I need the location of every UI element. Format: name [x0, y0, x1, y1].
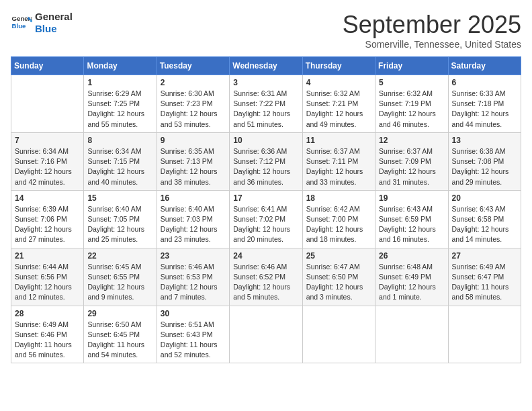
calendar-table: SundayMondayTuesdayWednesdayThursdayFrid… [11, 56, 521, 363]
day-number: 9 [161, 136, 226, 145]
day-info: Sunrise: 6:37 AM Sunset: 7:11 PM Dayligh… [306, 146, 371, 187]
calendar-cell: 9Sunrise: 6:35 AM Sunset: 7:13 PM Daylig… [157, 132, 229, 190]
calendar-cell: 4Sunrise: 6:32 AM Sunset: 7:21 PM Daylig… [302, 75, 375, 133]
calendar-cell: 30Sunrise: 6:51 AM Sunset: 6:43 PM Dayli… [157, 306, 229, 363]
logo-text-general: General [35, 11, 73, 23]
calendar-cell: 13Sunrise: 6:38 AM Sunset: 7:08 PM Dayli… [448, 132, 521, 190]
day-info: Sunrise: 6:46 AM Sunset: 6:53 PM Dayligh… [161, 262, 226, 303]
logo-icon: General Blue [11, 12, 32, 34]
calendar-cell: 10Sunrise: 6:36 AM Sunset: 7:12 PM Dayli… [230, 132, 302, 190]
calendar-cell: 6Sunrise: 6:33 AM Sunset: 7:18 PM Daylig… [448, 75, 521, 133]
location-subtitle: Somerville, Tennessee, United States [343, 39, 521, 50]
day-info: Sunrise: 6:32 AM Sunset: 7:19 PM Dayligh… [379, 89, 444, 130]
day-number: 25 [306, 251, 371, 261]
day-info: Sunrise: 6:37 AM Sunset: 7:09 PM Dayligh… [379, 146, 444, 187]
col-header-sunday: Sunday [11, 57, 84, 75]
col-header-friday: Friday [375, 57, 448, 75]
day-number: 15 [87, 193, 152, 203]
day-info: Sunrise: 6:40 AM Sunset: 7:03 PM Dayligh… [161, 204, 226, 245]
day-number: 19 [379, 193, 444, 203]
day-info: Sunrise: 6:44 AM Sunset: 6:56 PM Dayligh… [15, 262, 80, 303]
calendar-week-row: 14Sunrise: 6:39 AM Sunset: 7:06 PM Dayli… [11, 190, 521, 248]
calendar-cell: 19Sunrise: 6:43 AM Sunset: 6:59 PM Dayli… [375, 190, 448, 248]
day-number: 27 [452, 251, 517, 261]
page-header: General Blue General Blue September 2025… [11, 11, 521, 50]
calendar-cell: 25Sunrise: 6:47 AM Sunset: 6:50 PM Dayli… [302, 248, 375, 306]
day-number: 17 [233, 193, 298, 203]
day-number: 8 [87, 136, 152, 145]
day-number: 13 [452, 136, 517, 145]
calendar-cell [375, 306, 448, 363]
day-number: 4 [306, 78, 371, 87]
calendar-cell: 26Sunrise: 6:48 AM Sunset: 6:49 PM Dayli… [375, 248, 448, 306]
day-number: 5 [379, 78, 444, 87]
calendar-cell: 8Sunrise: 6:34 AM Sunset: 7:15 PM Daylig… [84, 132, 157, 190]
calendar-header-row: SundayMondayTuesdayWednesdayThursdayFrid… [11, 57, 521, 75]
calendar-cell: 5Sunrise: 6:32 AM Sunset: 7:19 PM Daylig… [375, 75, 448, 133]
day-info: Sunrise: 6:31 AM Sunset: 7:22 PM Dayligh… [233, 89, 298, 130]
day-number: 21 [15, 251, 80, 261]
day-number: 26 [379, 251, 444, 261]
day-number: 11 [306, 136, 371, 145]
calendar-cell: 3Sunrise: 6:31 AM Sunset: 7:22 PM Daylig… [230, 75, 302, 133]
day-info: Sunrise: 6:39 AM Sunset: 7:06 PM Dayligh… [15, 204, 80, 245]
calendar-cell: 17Sunrise: 6:41 AM Sunset: 7:02 PM Dayli… [230, 190, 302, 248]
day-number: 23 [161, 251, 226, 261]
day-number: 24 [233, 251, 298, 261]
calendar-week-row: 21Sunrise: 6:44 AM Sunset: 6:56 PM Dayli… [11, 248, 521, 306]
day-info: Sunrise: 6:50 AM Sunset: 6:45 PM Dayligh… [87, 320, 152, 361]
calendar-cell: 23Sunrise: 6:46 AM Sunset: 6:53 PM Dayli… [157, 248, 229, 306]
day-info: Sunrise: 6:47 AM Sunset: 6:50 PM Dayligh… [306, 262, 371, 303]
day-number: 10 [233, 136, 298, 145]
day-info: Sunrise: 6:41 AM Sunset: 7:02 PM Dayligh… [233, 204, 298, 245]
day-number: 29 [87, 309, 152, 318]
day-info: Sunrise: 6:36 AM Sunset: 7:12 PM Dayligh… [233, 146, 298, 187]
logo-text-blue: Blue [35, 23, 73, 35]
calendar-cell: 15Sunrise: 6:40 AM Sunset: 7:05 PM Dayli… [84, 190, 157, 248]
calendar-week-row: 28Sunrise: 6:49 AM Sunset: 6:46 PM Dayli… [11, 306, 521, 363]
day-info: Sunrise: 6:29 AM Sunset: 7:25 PM Dayligh… [87, 89, 152, 130]
day-number: 18 [306, 193, 371, 203]
day-info: Sunrise: 6:35 AM Sunset: 7:13 PM Dayligh… [161, 146, 226, 187]
day-number: 6 [452, 78, 517, 87]
day-info: Sunrise: 6:32 AM Sunset: 7:21 PM Dayligh… [306, 89, 371, 130]
col-header-thursday: Thursday [302, 57, 375, 75]
calendar-cell: 12Sunrise: 6:37 AM Sunset: 7:09 PM Dayli… [375, 132, 448, 190]
calendar-cell [230, 306, 302, 363]
calendar-cell: 20Sunrise: 6:43 AM Sunset: 6:58 PM Dayli… [448, 190, 521, 248]
title-block: September 2025 Somerville, Tennessee, Un… [343, 11, 521, 50]
day-info: Sunrise: 6:42 AM Sunset: 7:00 PM Dayligh… [306, 204, 371, 245]
day-number: 12 [379, 136, 444, 145]
day-info: Sunrise: 6:33 AM Sunset: 7:18 PM Dayligh… [452, 89, 517, 130]
day-info: Sunrise: 6:34 AM Sunset: 7:15 PM Dayligh… [87, 146, 152, 187]
col-header-wednesday: Wednesday [230, 57, 302, 75]
col-header-saturday: Saturday [448, 57, 521, 75]
calendar-cell: 11Sunrise: 6:37 AM Sunset: 7:11 PM Dayli… [302, 132, 375, 190]
day-info: Sunrise: 6:38 AM Sunset: 7:08 PM Dayligh… [452, 146, 517, 187]
calendar-cell: 28Sunrise: 6:49 AM Sunset: 6:46 PM Dayli… [11, 306, 84, 363]
day-info: Sunrise: 6:49 AM Sunset: 6:46 PM Dayligh… [15, 320, 80, 361]
calendar-cell: 2Sunrise: 6:30 AM Sunset: 7:23 PM Daylig… [157, 75, 229, 133]
calendar-cell [302, 306, 375, 363]
day-info: Sunrise: 6:49 AM Sunset: 6:47 PM Dayligh… [452, 262, 517, 303]
calendar-week-row: 1Sunrise: 6:29 AM Sunset: 7:25 PM Daylig… [11, 75, 521, 133]
day-info: Sunrise: 6:43 AM Sunset: 6:58 PM Dayligh… [452, 204, 517, 245]
calendar-cell: 22Sunrise: 6:45 AM Sunset: 6:55 PM Dayli… [84, 248, 157, 306]
day-info: Sunrise: 6:51 AM Sunset: 6:43 PM Dayligh… [161, 320, 226, 361]
logo: General Blue General Blue [11, 11, 73, 35]
day-number: 20 [452, 193, 517, 203]
month-title: September 2025 [343, 11, 521, 39]
svg-text:Blue: Blue [12, 22, 26, 30]
calendar-cell: 18Sunrise: 6:42 AM Sunset: 7:00 PM Dayli… [302, 190, 375, 248]
day-info: Sunrise: 6:46 AM Sunset: 6:52 PM Dayligh… [233, 262, 298, 303]
day-info: Sunrise: 6:45 AM Sunset: 6:55 PM Dayligh… [87, 262, 152, 303]
calendar-cell: 16Sunrise: 6:40 AM Sunset: 7:03 PM Dayli… [157, 190, 229, 248]
calendar-cell: 21Sunrise: 6:44 AM Sunset: 6:56 PM Dayli… [11, 248, 84, 306]
day-number: 14 [15, 193, 80, 203]
day-info: Sunrise: 6:43 AM Sunset: 6:59 PM Dayligh… [379, 204, 444, 245]
day-number: 1 [87, 78, 152, 87]
calendar-cell: 24Sunrise: 6:46 AM Sunset: 6:52 PM Dayli… [230, 248, 302, 306]
day-info: Sunrise: 6:48 AM Sunset: 6:49 PM Dayligh… [379, 262, 444, 303]
day-number: 16 [161, 193, 226, 203]
day-number: 22 [87, 251, 152, 261]
